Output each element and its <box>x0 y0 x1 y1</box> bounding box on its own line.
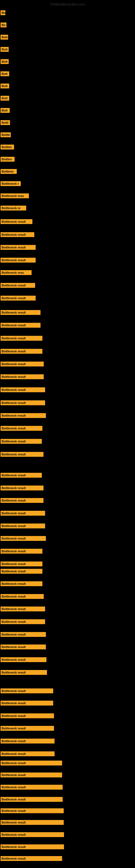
bar-item: Bott <box>1 35 8 40</box>
bottleneck-label: Bottleneck result <box>1 761 62 766</box>
bottleneck-label: Bottleneck result <box>1 336 42 341</box>
bar-item: Bottleneck result <box>1 486 43 490</box>
bottleneck-label: Bottleneck result <box>1 549 42 554</box>
bar-item: Bottleneck result <box>1 296 36 301</box>
bar-item: Bottleneck result <box>1 808 64 813</box>
bar-item: Bottleneck result <box>1 773 62 777</box>
bottleneck-label: Bottleneck result <box>1 524 45 528</box>
bar-item: Bottleneck result <box>1 536 46 541</box>
bar-item: Bottleneck result <box>1 594 44 599</box>
bar-item: Bottleneck result <box>1 797 63 802</box>
bottleneck-label: Bottleneck result <box>1 670 47 675</box>
bottleneck-label: Bottleneck result <box>1 785 63 789</box>
bottleneck-label: Bottleneck result <box>1 751 54 756</box>
bottleneck-label: Bottleneck result <box>1 607 45 611</box>
bottleneck-label: Bottleneck result <box>1 657 46 662</box>
bar-item: Bo <box>1 10 5 15</box>
bottleneck-label: Bottleneck result <box>1 688 53 693</box>
bottleneck-label: Bottleneck result <box>1 362 44 367</box>
bottleneck-label: Bottleneck result <box>1 388 45 392</box>
bottleneck-label: Bottleneck result <box>1 219 32 224</box>
bar-item: Bottleneck result <box>1 607 45 611</box>
bar-item: Bottlen <box>1 157 14 162</box>
bottleneck-label: Bottleneck resu <box>1 193 29 198</box>
bottleneck-label: Bottleneck result <box>1 569 42 574</box>
bar-item: Bottleneck result <box>1 219 32 224</box>
bottleneck-label: Bottleneck result <box>1 632 46 637</box>
bottleneck-label: Bott <box>1 108 10 113</box>
bottleneck-label: Bottleneck result <box>1 561 42 566</box>
bottleneck-label: Bottleneck result <box>1 713 54 718</box>
bottleneck-label: Bottlene <box>1 169 17 174</box>
bottleneck-label: Bottleneck result <box>1 310 41 315</box>
bar-item: Bottleneck result <box>1 632 46 637</box>
bar-item: Bottleneck result <box>1 581 42 586</box>
bar-item: Bottleneck result <box>1 374 44 379</box>
bottleneck-label: Bo <box>1 23 6 27</box>
bar-item: Bottleneck result <box>1 657 46 662</box>
bar-item: Bottleneck re <box>1 206 26 211</box>
bottleneck-label: Bottleneck result <box>1 739 54 744</box>
bottleneck-label: Bottleneck result <box>1 808 64 813</box>
bottleneck-label: Bottleneck result <box>1 473 42 478</box>
bottleneck-label: Bott <box>1 47 9 52</box>
bottleneck-label: Bottlen <box>1 145 14 150</box>
bar-item: Bottleneck result <box>1 349 42 354</box>
bar-item: Bottleneck result <box>1 258 36 262</box>
bar-item: Bottleneck result <box>1 310 41 315</box>
bar-item: Bottleneck result <box>1 713 54 718</box>
bottleneck-label: Bottleneck result <box>1 511 45 516</box>
bar-item: Bottleneck result <box>1 426 42 431</box>
bar-item: Bottl <box>1 120 10 125</box>
bottleneck-label: Bottleneck result <box>1 856 62 861</box>
bottleneck-label: Bottleneck result <box>1 773 62 777</box>
bar-item: Bottleneck result <box>1 569 42 574</box>
site-title: TheBottlenecker.com <box>0 0 135 8</box>
bottleneck-label: Bottleneck result <box>1 439 42 444</box>
bottleneck-label: Bottleneck re <box>1 206 26 211</box>
bottleneck-label: Bottleneck result <box>1 349 42 354</box>
bottleneck-label: Bottlen <box>1 157 14 162</box>
bar-item: Bottleneck result <box>1 688 53 693</box>
bar-item: Bottleneck resu <box>1 193 29 198</box>
bar-item: Bottleneck result <box>1 761 62 766</box>
bottleneck-label: Bottleneck result <box>1 581 42 586</box>
bar-item: Bottleneck result <box>1 413 46 418</box>
bottleneck-label: Bottleneck result <box>1 245 36 250</box>
bottleneck-label: Bottleneck result <box>1 701 53 706</box>
bottleneck-label: Bottleneck result <box>1 498 43 503</box>
bar-item: Bottle <box>1 132 11 137</box>
bar-item: Bottleneck result <box>1 336 42 341</box>
bottleneck-label: Bottleneck result <box>1 232 34 237</box>
bottleneck-label: Bottleneck result <box>1 844 64 849</box>
bottleneck-label: Bottleneck result <box>1 323 41 328</box>
bar-item: Bottleneck result <box>1 452 43 457</box>
bottleneck-label: Bottleneck result <box>1 645 46 649</box>
bar-item: Bottleneck result <box>1 701 53 706</box>
bar-item: Bottleneck result <box>1 388 45 392</box>
bar-item: Bottleneck result <box>1 670 47 675</box>
bar-item: Bottleneck result <box>1 739 54 744</box>
bar-item: Bottleneck result <box>1 400 45 405</box>
bar-item: Bottleneck result <box>1 473 42 478</box>
bottleneck-label: Bottleneck result <box>1 832 64 837</box>
bar-item: Bottleneck result <box>1 498 43 503</box>
bar-item: Bottleneck result <box>1 524 45 528</box>
bar-item: Bott <box>1 71 9 76</box>
bottleneck-label: Bottleneck result <box>1 536 46 541</box>
bar-item: Bott <box>1 47 9 52</box>
bar-item: Bott <box>1 108 10 113</box>
bar-item: Bottleneck result <box>1 439 42 444</box>
bar-item: Bottleneck result <box>1 283 35 288</box>
bar-item: Bottleneck result <box>1 245 36 250</box>
bottleneck-label: Bottleneck result <box>1 726 54 731</box>
bar-item: Bottleneck result <box>1 785 63 789</box>
bar-item: Bottleneck result <box>1 511 45 516</box>
bar-item: Bottleneck result <box>1 362 44 367</box>
bottleneck-label: Bott <box>1 59 9 64</box>
bar-item: Bottleneck result <box>1 844 64 849</box>
bottleneck-label: Bottleneck result <box>1 258 36 262</box>
bottleneck-label: Bottleneck result <box>1 426 42 431</box>
bottleneck-label: Bottleneck result <box>1 374 44 379</box>
bar-item: Bottleneck result <box>1 751 54 756</box>
